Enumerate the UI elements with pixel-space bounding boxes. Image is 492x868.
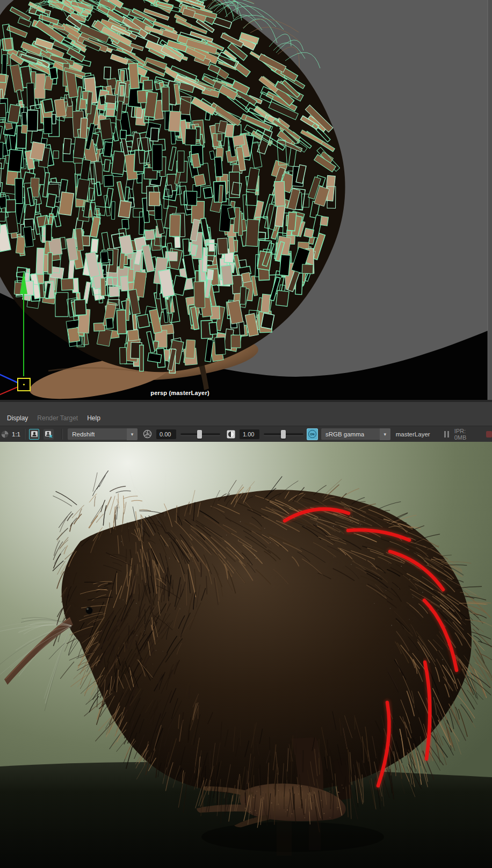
chevron-down-icon: ▾ xyxy=(380,428,390,440)
view-transform-select[interactable]: sRGB gamma ▾ xyxy=(321,428,390,440)
exposure-aperture-icon[interactable] xyxy=(143,429,152,439)
gamma-slider[interactable] xyxy=(264,429,303,439)
renderer-select-value: Redshift xyxy=(68,431,95,437)
render-refresh-icon[interactable] xyxy=(1,431,9,438)
maya-viewport[interactable]: persp (masterLayer) xyxy=(0,0,492,400)
maya-render-view-window: persp (masterLayer) Display Render Targe… xyxy=(0,0,492,868)
slider-handle[interactable] xyxy=(197,430,202,439)
renderer-select[interactable]: Redshift ▾ xyxy=(68,428,138,440)
toolbar-separator xyxy=(24,429,25,440)
remove-image-button[interactable] xyxy=(44,429,54,440)
exposure-field[interactable]: 0.00 xyxy=(156,429,176,439)
stop-render-icon[interactable] xyxy=(486,431,492,437)
keep-image-button[interactable] xyxy=(29,429,39,440)
gamma-contrast-icon[interactable] xyxy=(227,430,235,439)
view-transform-value: sRGB gamma xyxy=(321,431,364,437)
ipr-status-label: IPR: 0MB xyxy=(454,428,479,441)
rendered-image-panel[interactable] xyxy=(0,442,492,868)
render-view-menubar: Display Render Target Help xyxy=(0,400,492,426)
rendered-kiwi-image[interactable] xyxy=(0,442,492,868)
chevron-down-icon: ▾ xyxy=(127,428,138,440)
toolbar-separator xyxy=(62,429,63,440)
render-layer-label[interactable]: masterLayer xyxy=(396,431,430,437)
viewport-canvas[interactable] xyxy=(0,0,492,400)
kiwi-eye xyxy=(85,607,93,614)
gamma-field[interactable]: 1.00 xyxy=(240,429,259,439)
color-management-toggle[interactable]: ON xyxy=(307,428,318,440)
on-badge: ON xyxy=(308,430,316,438)
panel-edge xyxy=(488,0,492,400)
slider-handle[interactable] xyxy=(281,430,286,439)
menu-render-target: Render Target xyxy=(37,414,78,422)
menu-help[interactable]: Help xyxy=(87,414,100,422)
viewport-camera-label: persp (masterLayer) xyxy=(150,390,209,396)
pause-icon[interactable] xyxy=(444,431,449,437)
zoom-ratio-label[interactable]: 1:1 xyxy=(12,431,20,437)
menu-display[interactable]: Display xyxy=(7,414,28,422)
exposure-slider[interactable] xyxy=(180,429,220,439)
render-view-toolbar: 1:1 Redshift ▾ xyxy=(0,426,492,442)
